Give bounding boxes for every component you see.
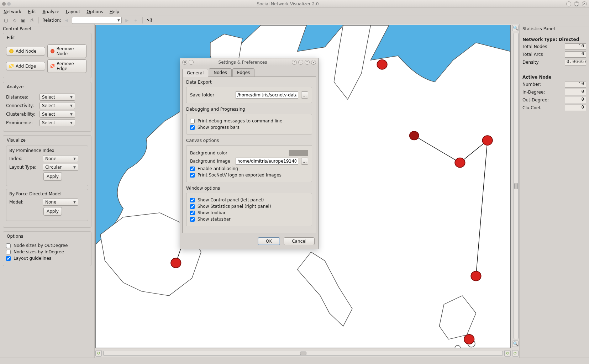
toolbar-separator-2 — [142, 17, 143, 23]
maximize-button[interactable]: ◯ — [574, 1, 579, 6]
print-icon[interactable]: ⎙ — [28, 17, 35, 23]
menubar: Network Edit Analyze Layout Options Help — [0, 8, 589, 16]
app-icon-dot — [7, 2, 11, 6]
close-button[interactable]: × — [582, 1, 587, 6]
app-icon — [2, 2, 6, 6]
menu-network[interactable]: Network — [4, 9, 21, 14]
statistics-panel: Statistics Panel Network Type: Directed … — [519, 24, 589, 26]
canvas[interactable] — [95, 25, 511, 26]
control-panel: Control Panel Edit Add Node Remove Node … — [0, 24, 95, 26]
window-title: Social Network Visualizer 2.0 — [11, 1, 565, 6]
open-file-icon[interactable]: ◇ — [11, 17, 18, 23]
new-file-icon[interactable]: ▢ — [3, 17, 9, 23]
map-svg — [96, 25, 510, 26]
whatsthis-icon[interactable]: ↖? — [146, 17, 153, 23]
menu-options[interactable]: Options — [86, 9, 103, 14]
relation-prev-icon[interactable]: ◀ — [63, 17, 70, 23]
save-file-icon[interactable]: ▣ — [20, 17, 26, 23]
window-controls: – ◯ × — [565, 1, 587, 6]
zoom-in-icon[interactable]: 🔍 — [512, 25, 519, 26]
menu-edit[interactable]: Edit — [28, 9, 36, 14]
window-titlebar: Social Network Visualizer 2.0 – ◯ × — [0, 0, 589, 8]
titlebar-left-icons — [2, 2, 11, 6]
toolbar-separator — [38, 17, 39, 23]
relation-add-icon[interactable]: ＋ — [132, 17, 139, 23]
relation-combo[interactable]: ▼ — [72, 17, 122, 24]
relation-label: Relation: — [42, 18, 61, 23]
minimize-button[interactable]: – — [566, 1, 571, 6]
menu-layout[interactable]: Layout — [66, 9, 80, 14]
menu-analyze[interactable]: Analyze — [42, 9, 59, 14]
relation-next-icon[interactable]: ▶ — [124, 17, 130, 23]
menu-help[interactable]: Help — [110, 9, 119, 14]
canvas-area: 🔍 🔍 ↺ ↻ ⟳ — [95, 24, 519, 26]
